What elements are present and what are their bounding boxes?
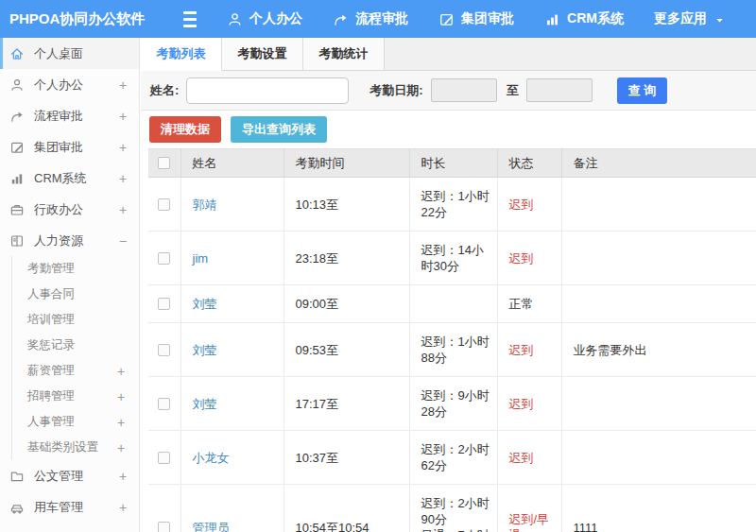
expand-toggle-icon[interactable]: +: [114, 364, 128, 379]
sidebar-item[interactable]: 行政办公+: [0, 194, 139, 225]
sidebar-item[interactable]: 集团审批+: [0, 131, 139, 163]
row-checkbox[interactable]: [158, 252, 170, 265]
name-label: 姓名:: [150, 82, 179, 99]
caret-down-icon: [713, 12, 726, 26]
sidebar-subitem[interactable]: 招聘管理+: [12, 384, 139, 409]
menu-toggle-icon[interactable]: [183, 11, 197, 27]
row-checkbox[interactable]: [158, 452, 170, 464]
action-toolbar: 清理数据 导出查询列表: [141, 111, 756, 148]
name-link[interactable]: jim: [193, 251, 209, 266]
topmenu-item-label: CRM系统: [567, 10, 624, 27]
clean-data-button[interactable]: 清理数据: [149, 116, 221, 143]
select-all-header-cell: [148, 149, 180, 178]
sidebar-item[interactable]: 个人办公+: [0, 69, 139, 100]
expand-toggle-icon[interactable]: +: [114, 440, 128, 455]
sidebar-item[interactable]: 用车管理+: [0, 491, 139, 523]
sidebar-subitem[interactable]: 人事管理+: [12, 409, 139, 435]
expand-toggle-icon[interactable]: +: [116, 140, 129, 155]
name-cell: 刘莹: [180, 377, 284, 431]
status-cell: 迟到: [497, 178, 561, 232]
query-button[interactable]: 查 询: [617, 77, 668, 104]
sidebar-item-label: 用车管理: [34, 499, 116, 516]
top-menu: 个人办公流程审批集团审批CRM系统更多应用: [227, 10, 756, 27]
row-checkbox-cell: [148, 232, 180, 285]
name-link[interactable]: 郭靖: [193, 197, 217, 212]
expand-toggle-icon[interactable]: +: [116, 469, 129, 484]
name-link[interactable]: 刘莹: [193, 343, 217, 357]
name-link[interactable]: 管理员: [193, 521, 230, 532]
tab-3[interactable]: 考勤统计: [303, 38, 385, 70]
tab-strip: 考勤列表考勤设置考勤统计: [141, 38, 756, 71]
book-icon: [9, 233, 25, 249]
expand-toggle-icon[interactable]: +: [114, 389, 128, 404]
sidebar-subitem[interactable]: 考勤管理: [12, 256, 139, 282]
expand-toggle-icon[interactable]: +: [116, 77, 129, 93]
sidebar-item[interactable]: CRM系统+: [0, 163, 139, 194]
topmenu-item-3[interactable]: 集团审批: [438, 10, 514, 27]
sidebar-item-label: 个人办公: [34, 77, 116, 94]
note-cell: [561, 377, 756, 431]
sidebar-subitem[interactable]: 奖惩记录: [12, 333, 139, 358]
row-checkbox[interactable]: [158, 398, 170, 410]
duration-cell: 迟到：14小时30分: [409, 232, 497, 285]
expand-toggle-icon[interactable]: +: [114, 415, 128, 430]
sidebar-item-label: 个人桌面: [34, 45, 129, 62]
sidebar-subitem[interactable]: 薪资管理+: [12, 358, 139, 384]
name-link[interactable]: 刘莹: [193, 297, 217, 311]
sidebar-item[interactable]: 流程审批+: [0, 100, 139, 131]
status-cell: 正常: [497, 285, 561, 323]
note-cell: [561, 232, 756, 285]
column-header: 备注: [561, 149, 756, 178]
export-list-button[interactable]: 导出查询列表: [231, 116, 327, 143]
row-checkbox-cell: [148, 431, 180, 485]
topmenu-item-label: 集团审批: [461, 10, 514, 27]
sidebar-item-label: 流程审批: [34, 108, 116, 125]
expand-toggle-icon[interactable]: +: [116, 500, 129, 515]
sidebar-item[interactable]: 人力资源−: [0, 225, 139, 256]
row-checkbox[interactable]: [158, 298, 170, 310]
expand-toggle-icon[interactable]: +: [116, 171, 129, 186]
row-checkbox[interactable]: [158, 522, 170, 532]
row-checkbox[interactable]: [158, 198, 170, 211]
sidebar-item[interactable]: 公文管理+: [0, 460, 139, 491]
sidebar-subitem-label: 考勤管理: [27, 261, 128, 277]
topmenu-item-4[interactable]: CRM系统: [544, 10, 624, 27]
topmenu-item-label: 个人办公: [249, 10, 302, 27]
row-checkbox-cell: [148, 323, 180, 377]
table-row: 刘莹09:00至正常: [148, 285, 756, 323]
column-header: 姓名: [180, 149, 284, 178]
sidebar-subitem[interactable]: 人事合同: [12, 282, 139, 307]
date-from-input[interactable]: [431, 78, 497, 102]
chart-icon: [544, 11, 560, 27]
name-link[interactable]: 小龙女: [193, 451, 230, 465]
expand-toggle-icon[interactable]: −: [116, 233, 129, 249]
expand-toggle-icon[interactable]: +: [116, 109, 129, 124]
sidebar-subitem[interactable]: 培训管理: [12, 307, 139, 333]
time-cell: 10:13至: [284, 178, 409, 232]
expand-toggle-icon[interactable]: +: [116, 202, 129, 217]
sidebar-item-label: 公文管理: [34, 468, 116, 485]
row-checkbox-cell: [148, 485, 180, 532]
person-icon: [227, 11, 243, 27]
sidebar-subitem[interactable]: 基础类别设置+: [12, 435, 139, 460]
row-checkbox-cell: [148, 377, 180, 431]
column-header: 状态: [497, 149, 561, 178]
tab-2[interactable]: 考勤设置: [222, 38, 303, 70]
topmenu-item-2[interactable]: 流程审批: [333, 10, 408, 27]
status-cell: 迟到: [497, 377, 561, 431]
date-to-input[interactable]: [526, 78, 593, 102]
tab-1[interactable]: 考勤列表: [141, 38, 222, 71]
topmenu-item-label: 更多应用: [654, 10, 707, 27]
name-input[interactable]: [186, 77, 349, 104]
sidebar-item[interactable]: 个人桌面: [0, 38, 139, 69]
status-cell: 迟到/早退: [497, 485, 561, 532]
table-row: jim23:18至迟到：14小时30分迟到: [148, 232, 756, 285]
table-row: 刘莹09:53至迟到：1小时88分迟到业务需要外出: [148, 323, 756, 377]
topmenu-item-1[interactable]: 个人办公: [227, 10, 302, 27]
column-header: 考勤时间: [284, 149, 409, 178]
note-cell: [561, 178, 756, 232]
row-checkbox[interactable]: [158, 344, 170, 356]
name-link[interactable]: 刘莹: [193, 397, 217, 411]
select-all-checkbox[interactable]: [158, 157, 170, 169]
topmenu-item-5[interactable]: 更多应用: [654, 10, 726, 27]
